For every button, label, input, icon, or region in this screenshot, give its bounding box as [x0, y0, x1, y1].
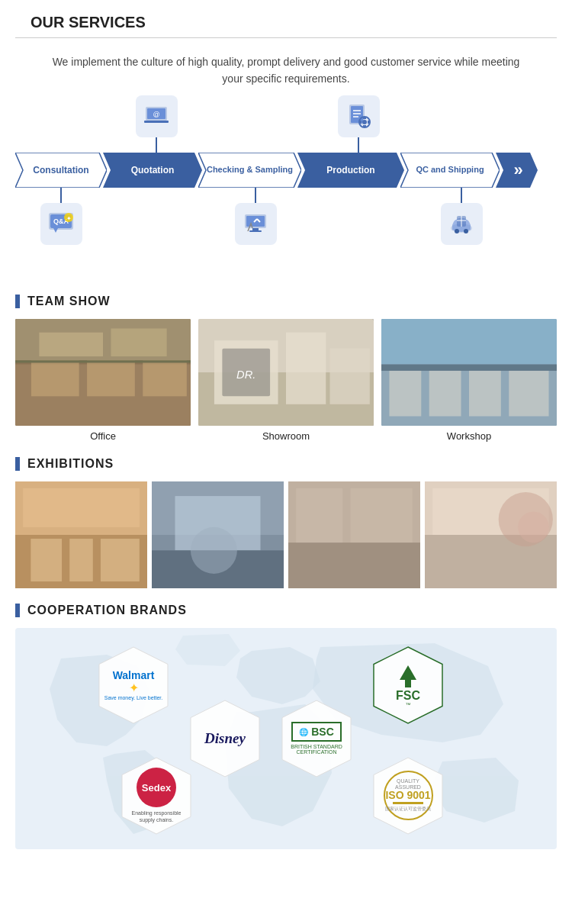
- exh4-svg: [425, 481, 557, 588]
- walmart-star-icon: ✦: [129, 681, 139, 695]
- services-tagline: We implement the culture of high quality…: [15, 38, 557, 95]
- process-diagram: @: [15, 95, 557, 264]
- svg-rect-13: [359, 121, 362, 124]
- quotation-top: @: [107, 95, 206, 153]
- svg-rect-30: [249, 230, 262, 232]
- office-label: Office: [90, 430, 116, 442]
- our-services-section: OUR SERVICES We implement the culture of…: [0, 0, 572, 279]
- brands-title: COOPERATION BRANDS: [27, 604, 187, 617]
- bsc-sub: BRITISH STANDARD CERTIFICATION: [286, 744, 347, 755]
- exhibitions-title: EXHIBITIONS: [27, 457, 114, 471]
- walmart-name: Walmart: [113, 670, 155, 681]
- workshop-photo-item: Workshop: [381, 319, 557, 442]
- checking-step: Checking & Sampling: [198, 153, 301, 188]
- checking-vline: [255, 188, 256, 203]
- exh-photo-1: [15, 481, 147, 588]
- svg-rect-45: [15, 360, 191, 362]
- production-top: [305, 95, 412, 153]
- quotation-icon: @: [136, 95, 178, 137]
- svg-point-38: [464, 229, 468, 233]
- walmart-hex: Walmart ✦ Save money. Live better.: [92, 643, 175, 730]
- sedex-sub: Enabling responsible supply chains.: [126, 810, 187, 823]
- svg-rect-46: [39, 333, 103, 356]
- svg-rect-14: [368, 121, 370, 124]
- office-photo-item: Office: [15, 319, 191, 442]
- svg-rect-58: [389, 369, 421, 417]
- quotation-label: Quotation: [131, 165, 175, 175]
- team-show-section: TEAM SHOW: [0, 279, 572, 449]
- sedex-name: Sedex: [142, 782, 171, 794]
- quotation-vline: [156, 137, 157, 153]
- cooperation-brands-section: COOPERATION BRANDS: [0, 596, 572, 864]
- svg-point-85: [518, 511, 549, 542]
- brands-bar: [15, 604, 20, 617]
- sedex-content: Sedex Enabling responsible supply chains…: [114, 754, 198, 838]
- sedex-hex: Sedex Enabling responsible supply chains…: [114, 754, 198, 841]
- team-show-title: TEAM SHOW: [27, 295, 111, 308]
- svg-rect-65: [23, 488, 140, 527]
- svg-text:@: @: [153, 111, 159, 118]
- iso-name: ISO 9001: [385, 790, 430, 800]
- exhibitions-section: EXHIBITIONS: [0, 449, 572, 596]
- exh3-svg: [288, 481, 420, 588]
- bsc-logo-box: 🌐 BSC: [291, 722, 342, 742]
- svg-rect-68: [69, 539, 93, 581]
- svg-rect-62: [381, 364, 557, 370]
- iso-sub2: 国家认证认可监管委员: [385, 806, 431, 813]
- consultation-label: Consultation: [33, 165, 88, 175]
- svg-rect-67: [31, 539, 62, 581]
- iso-quality: QUALITY ASSURED: [385, 778, 432, 790]
- disney-name: Disney: [204, 730, 246, 747]
- svg-rect-60: [469, 369, 501, 417]
- iso-content: QUALITY ASSURED ISO 9001 国家认证认可监管委员: [366, 754, 450, 838]
- exhibitions-header: EXHIBITIONS: [15, 457, 557, 471]
- workshop-label: Workshop: [447, 430, 491, 442]
- svg-point-74: [191, 527, 237, 574]
- checking-label: Checking & Sampling: [207, 165, 293, 175]
- exh-photo-3: [288, 481, 420, 588]
- qc-bottom: [412, 188, 511, 245]
- qc-vline: [461, 188, 462, 203]
- brands-header: COOPERATION BRANDS: [15, 604, 557, 617]
- top-icons-row: @: [15, 95, 557, 153]
- consult-bottom: Q&A ✦: [15, 188, 107, 245]
- svg-text:DR.: DR.: [236, 369, 255, 381]
- svg-point-37: [455, 229, 459, 233]
- exh2-svg: [152, 481, 284, 588]
- iso-hex: QUALITY ASSURED ISO 9001 国家认证认可监管委员: [366, 754, 450, 841]
- laptop-icon: @: [141, 101, 172, 131]
- fsc-tm: ™: [406, 702, 411, 707]
- svg-rect-11: [363, 117, 366, 119]
- quotation-step: Quotation: [103, 153, 202, 188]
- monitor-tools-icon: [240, 208, 271, 239]
- svg-rect-56: [381, 319, 557, 365]
- team-show-bar: [15, 295, 20, 308]
- svg-point-10: [362, 120, 367, 124]
- exhibitions-bar: [15, 457, 20, 471]
- svg-rect-61: [509, 369, 548, 417]
- svg-rect-69: [101, 539, 140, 581]
- qa-icon: Q&A ✦: [46, 208, 76, 239]
- our-services-title: OUR SERVICES: [15, 0, 557, 38]
- fsc-hex: FSC ™: [366, 643, 450, 730]
- svg-rect-5: [351, 106, 363, 123]
- iso-line: [393, 802, 423, 804]
- exhibition-photos-grid: [15, 481, 557, 588]
- showroom-photo-item: DR. Showroom: [198, 319, 374, 442]
- bsc-hex: 🌐 BSC BRITISH STANDARD CERTIFICATION: [275, 697, 358, 784]
- shipping-icon: [446, 208, 477, 239]
- svg-rect-2: [144, 121, 169, 123]
- fsc-tree-svg: [395, 663, 422, 690]
- showroom-label: Showroom: [262, 430, 310, 442]
- showroom-svg: DR.: [198, 319, 374, 426]
- page: OUR SERVICES We implement the culture of…: [0, 0, 572, 864]
- consult-vline: [60, 188, 62, 203]
- checking-bottom: [206, 188, 305, 245]
- team-photos-grid: Office DR. Showroom: [15, 319, 557, 442]
- fsc-name: FSC: [396, 690, 420, 702]
- workshop-photo: [381, 319, 557, 426]
- bottom-icons-row: Q&A ✦: [15, 188, 557, 249]
- production-vline: [358, 137, 359, 153]
- double-chevron-label: »: [513, 160, 519, 180]
- consultation-step: Consultation: [15, 153, 107, 188]
